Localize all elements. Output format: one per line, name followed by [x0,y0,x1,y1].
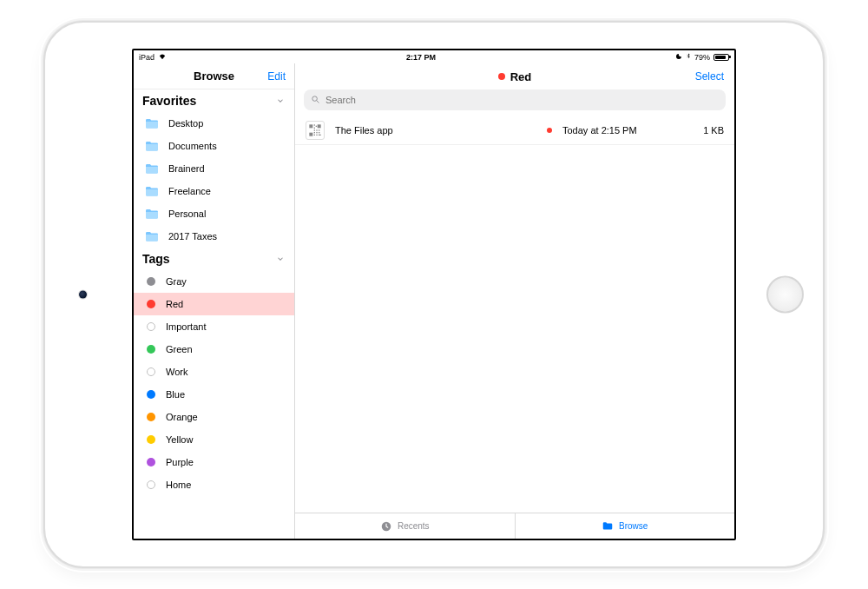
svg-rect-14 [316,134,317,135]
camera-dot [79,291,87,299]
battery-percent: 79% [694,53,710,62]
ipad-screen: iPad 2:17 PM 79% Br [132,49,736,540]
sidebar-item-label: Brainerd [168,163,205,174]
sidebar-item-label: Important [166,321,206,332]
svg-rect-15 [319,132,319,133]
tab-recents-label: Recents [398,521,430,531]
search-field[interactable] [304,89,726,110]
files-app: Browse Edit Favorites DesktopDocumentsBr… [134,63,734,539]
file-name: The Files app [335,125,536,136]
svg-rect-6 [316,125,317,126]
sidebar-tag-green[interactable]: Green [134,338,294,361]
carrier-label: iPad [139,53,155,62]
tags-list: GrayRedImportantGreenWorkBlueOrangeYello… [134,270,294,496]
tag-dot-icon [147,390,155,399]
sidebar-item-label: Orange [166,412,198,422]
svg-rect-4 [309,132,312,136]
sidebar-item-personal[interactable]: Personal [134,202,294,225]
tab-browse[interactable]: Browse [516,513,735,539]
svg-rect-12 [316,132,317,133]
file-tag-dot [547,128,552,133]
svg-rect-9 [316,129,317,130]
search-input[interactable] [326,95,719,105]
sidebar-tag-red[interactable]: Red [134,293,294,315]
bottom-toolbar: Recents Browse [295,513,734,539]
svg-point-0 [312,96,318,101]
sidebar-item-documents[interactable]: Documents [134,135,294,157]
edit-button[interactable]: Edit [267,70,286,83]
favorites-header[interactable]: Favorites [134,89,294,112]
home-button[interactable] [766,276,804,314]
folder-icon [144,140,160,152]
sidebar-tag-work[interactable]: Work [134,361,294,383]
wifi-icon [158,53,167,62]
sidebar-item-brainerd[interactable]: Brainerd [134,157,294,180]
sidebar-tag-yellow[interactable]: Yellow [134,428,294,451]
svg-rect-10 [319,129,319,130]
chevron-down-icon [275,96,286,106]
battery-icon [713,54,729,61]
sidebar-tag-home[interactable]: Home [134,473,294,496]
search-icon [311,95,320,106]
file-size: 1 KB [686,125,724,136]
file-thumbnail-icon [306,121,325,140]
tab-browse-label: Browse [619,521,648,531]
svg-rect-3 [318,124,321,128]
svg-rect-16 [319,134,320,135]
main-panel: Red Select The Files app Today at 2:15 P… [295,63,734,539]
sidebar-item-label: 2017 Taxes [168,231,217,242]
svg-rect-17 [319,134,319,135]
sidebar-tag-orange[interactable]: Orange [134,406,294,428]
favorites-header-label: Favorites [142,94,196,108]
clock-icon [380,520,392,533]
file-row[interactable]: The Files app Today at 2:15 PM 1 KB [295,116,734,145]
svg-rect-2 [309,124,312,128]
status-bar: iPad 2:17 PM 79% [134,50,734,63]
select-button[interactable]: Select [695,70,724,83]
title-tag-dot [498,73,505,80]
sidebar-item-2017-taxes[interactable]: 2017 Taxes [134,225,294,248]
tag-dot-icon [147,367,155,376]
sidebar-tag-purple[interactable]: Purple [134,451,294,473]
page-title: Red [510,70,532,83]
folder-icon [144,162,160,175]
tag-dot-icon [147,322,155,331]
sidebar-item-label: Personal [168,208,206,219]
folder-icon [144,230,160,242]
tags-header-label: Tags [142,252,170,266]
sidebar: Browse Edit Favorites DesktopDocumentsBr… [134,63,295,539]
search-wrap [295,89,734,116]
status-time: 2:17 PM [167,53,675,62]
svg-line-1 [317,100,319,102]
tag-dot-icon [147,480,155,489]
sidebar-header: Browse Edit [134,63,294,89]
sidebar-item-label: Freelance [168,186,211,196]
sidebar-item-freelance[interactable]: Freelance [134,180,294,202]
sidebar-item-label: Work [166,367,187,377]
tag-dot-icon [147,413,155,421]
tag-dot-icon [147,300,155,308]
sidebar-tag-blue[interactable]: Blue [134,383,294,406]
tag-dot-icon [147,435,155,444]
sidebar-item-label: Documents [168,141,217,151]
tag-dot-icon [147,277,155,286]
sidebar-title: Browse [194,69,234,83]
sidebar-item-desktop[interactable]: Desktop [134,112,294,135]
sidebar-item-label: Green [166,344,193,354]
sidebar-item-label: Yellow [166,434,193,445]
sidebar-tag-important[interactable]: Important [134,315,294,338]
sidebar-item-label: Desktop [168,118,203,129]
tab-recents[interactable]: Recents [295,513,516,539]
tag-dot-icon [147,345,155,354]
tags-header[interactable]: Tags [134,248,294,270]
file-date: Today at 2:15 PM [562,125,675,136]
sidebar-item-label: Gray [166,276,187,287]
tag-dot-icon [147,458,155,467]
folder-icon [144,208,160,220]
ipad-frame: iPad 2:17 PM 79% Br [43,21,825,568]
sidebar-tag-gray[interactable]: Gray [134,270,294,293]
sidebar-item-label: Red [166,299,183,309]
bluetooth-icon [686,52,691,62]
file-list: The Files app Today at 2:15 PM 1 KB [295,116,734,513]
folder-icon [144,117,160,129]
